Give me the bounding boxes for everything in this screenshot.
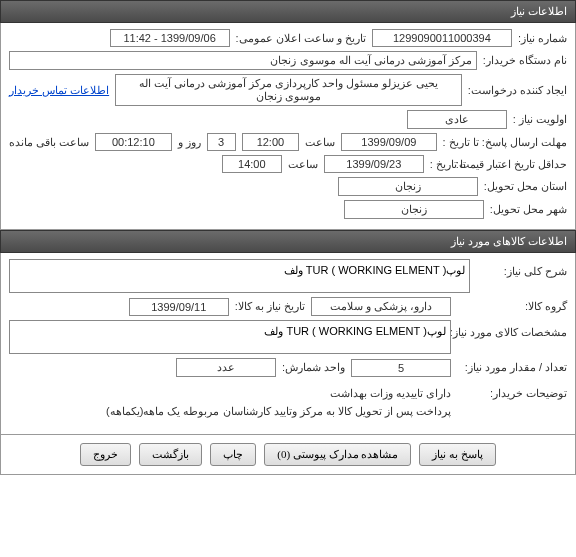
unit-field: عدد (176, 358, 276, 377)
validity-label: حداقل تاریخ اعتبار قیمت: (472, 158, 567, 171)
validity-time-label: ساعت (288, 158, 318, 171)
section1-title: اطلاعات نیاز (511, 5, 567, 17)
validity-time-field: 14:00 (222, 155, 282, 173)
row-validity: حداقل تاریخ اعتبار قیمت: تا تاریخ : 1399… (9, 155, 567, 173)
row-need-number: شماره نیاز: 1299090011000394 تاریخ و ساع… (9, 29, 567, 47)
overall-desc-label: شرح کلی نیاز: (476, 259, 567, 278)
row-requester: ایجاد کننده درخواست: یحیی عزیزلو مسئول و… (9, 74, 567, 106)
need-date-label: تاریخ نیاز به کالا: (235, 300, 305, 313)
quantity-label: تعداد / مقدار مورد نیاز: (457, 361, 567, 374)
hours-remaining-field: 00:12:10 (95, 133, 171, 151)
delivery-city-field: زنجان (344, 200, 484, 219)
row-goods-spec: مشخصات کالای مورد نیاز: لوپ( TUR ( WORKI… (9, 320, 567, 354)
need-date-field: 1399/09/11 (129, 298, 229, 316)
section1-body: شماره نیاز: 1299090011000394 تاریخ و ساع… (0, 23, 576, 230)
row-delivery-province: استان محل تحویل: زنجان (9, 177, 567, 196)
need-number-field: 1299090011000394 (372, 29, 512, 47)
button-bar: پاسخ به نیاز مشاهده مدارک پیوستی (0) چاپ… (0, 435, 576, 475)
requester-field: یحیی عزیزلو مسئول واحد کارپردازی مرکز آم… (115, 74, 462, 106)
buyer-org-label: نام دستگاه خریدار: (483, 54, 567, 67)
row-priority: اولویت نیاز : عادی (9, 110, 567, 129)
row-quantity: تعداد / مقدار مورد نیاز: 5 واحد شمارش: ع… (9, 358, 567, 377)
deadline-date-field: 1399/09/09 (341, 133, 436, 151)
back-button[interactable]: بازگشت (139, 443, 202, 466)
days-remaining-field: 3 (207, 133, 236, 151)
buyer-notes-text: دارای تاییدیه وزات بهداشت پرداخت پس از ت… (106, 381, 451, 424)
respond-button[interactable]: پاسخ به نیاز (419, 443, 496, 466)
announce-datetime-field: 1399/09/06 - 11:42 (110, 29, 230, 47)
exit-button[interactable]: خروج (80, 443, 131, 466)
section2-title: اطلاعات کالاهای مورد نیاز (451, 235, 567, 247)
contact-link[interactable]: اطلاعات تماس خریدار (9, 84, 109, 97)
days-label: روز و (178, 136, 201, 149)
buyer-notes-line2: پرداخت پس از تحویل کالا به مرکز وتایید ک… (106, 403, 451, 421)
priority-field: عادی (407, 110, 507, 129)
section1-header: اطلاعات نیاز (0, 0, 576, 23)
goods-spec-label: مشخصات کالای مورد نیاز: (457, 320, 567, 339)
attachments-button[interactable]: مشاهده مدارک پیوستی (0) (264, 443, 411, 466)
overall-desc-field: لوپ( TUR ( WORKING ELMENT ولف (9, 259, 470, 293)
validity-date-field: 1399/09/23 (324, 155, 424, 173)
buyer-notes-label: توضیحات خریدار: (457, 381, 567, 400)
announce-datetime-label: تاریخ و ساعت اعلان عمومی: (236, 32, 366, 45)
section2-body: شرح کلی نیاز: لوپ( TUR ( WORKING ELMENT … (0, 253, 576, 435)
requester-label: ایجاد کننده درخواست: (468, 84, 567, 97)
row-goods-group: گروه کالا: دارو، پزشکی و سلامت تاریخ نیا… (9, 297, 567, 316)
validity-to-label: تا تاریخ : (430, 158, 466, 171)
delivery-city-label: شهر محل تحویل: (490, 203, 567, 216)
goods-group-label: گروه کالا: (457, 300, 567, 313)
delivery-province-field: زنجان (338, 177, 478, 196)
row-buyer-notes: توضیحات خریدار: دارای تاییدیه وزات بهداش… (9, 381, 567, 424)
quantity-field: 5 (351, 359, 451, 377)
buyer-org-field: مرکز آموزشی درمانی آیت اله موسوی زنجان (9, 51, 477, 70)
need-number-label: شماره نیاز: (518, 32, 567, 45)
section2-header: اطلاعات کالاهای مورد نیاز (0, 230, 576, 253)
deadline-time-label: ساعت (305, 136, 335, 149)
row-deadline: مهلت ارسال پاسخ: تا تاریخ : 1399/09/09 س… (9, 133, 567, 151)
remaining-label: ساعت باقی مانده (9, 136, 89, 149)
delivery-province-label: استان محل تحویل: (484, 180, 567, 193)
unit-label: واحد شمارش: (282, 361, 345, 374)
row-overall-desc: شرح کلی نیاز: لوپ( TUR ( WORKING ELMENT … (9, 259, 567, 293)
goods-spec-field: لوپ( TUR ( WORKING ELMENT ولف (9, 320, 451, 354)
deadline-time-field: 12:00 (242, 133, 299, 151)
row-buyer-org: نام دستگاه خریدار: مرکز آموزشی درمانی آی… (9, 51, 567, 70)
priority-label: اولویت نیاز : (513, 113, 567, 126)
row-delivery-city: شهر محل تحویل: زنجان (9, 200, 567, 219)
deadline-label: مهلت ارسال پاسخ: تا تاریخ : (443, 136, 567, 149)
buyer-notes-line1: دارای تاییدیه وزات بهداشت (106, 385, 451, 403)
print-button[interactable]: چاپ (210, 443, 256, 466)
goods-group-field: دارو، پزشکی و سلامت (311, 297, 451, 316)
